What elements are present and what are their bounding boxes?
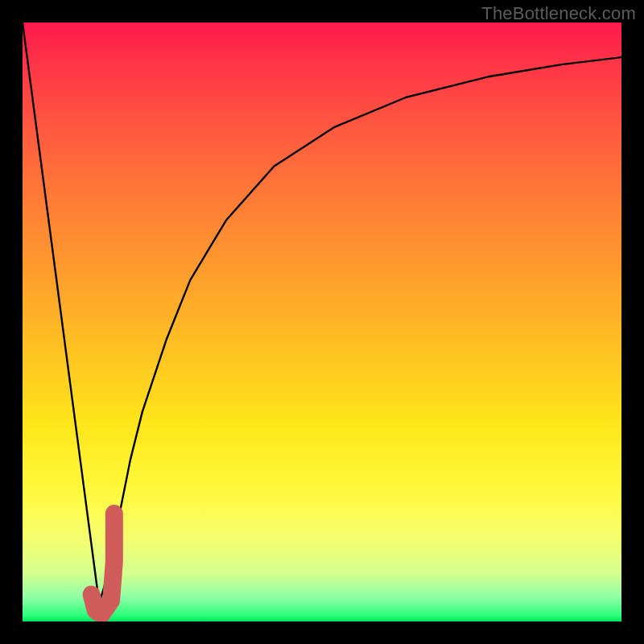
watermark-text: TheBottleneck.com xyxy=(481,3,636,24)
chart-stage: TheBottleneck.com xyxy=(0,0,644,644)
plot-background xyxy=(23,23,621,621)
